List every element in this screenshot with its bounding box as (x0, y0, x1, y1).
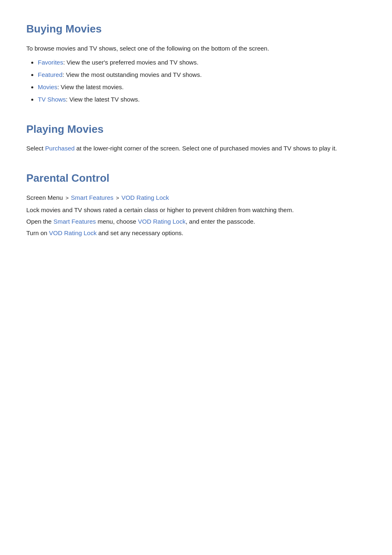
parental-para-1: Lock movies and TV shows rated a certain… (26, 205, 366, 215)
breadcrumb-prefix: Screen Menu (26, 194, 63, 201)
tv-shows-description: : View the latest TV shows. (66, 96, 140, 103)
parental-control-section: Parental Control Screen Menu > Smart Fea… (26, 170, 366, 238)
list-item-movies: Movies: View the latest movies. (38, 82, 366, 92)
playing-movies-after: at the lower-right corner of the screen.… (75, 145, 337, 152)
buying-movies-title: Buying Movies (26, 21, 366, 38)
list-item-featured: Featured: View the most outstanding movi… (38, 70, 366, 80)
vod-rating-lock-link-2[interactable]: VOD Rating Lock (49, 229, 97, 236)
smart-features-breadcrumb-link[interactable]: Smart Features (71, 194, 113, 201)
favorites-link[interactable]: Favorites (38, 59, 63, 66)
parental-control-title: Parental Control (26, 170, 366, 187)
vod-rating-lock-link-1[interactable]: VOD Rating Lock (138, 218, 186, 225)
featured-link[interactable]: Featured (38, 71, 62, 78)
breadcrumb-chevron2: > (116, 195, 120, 201)
parental-para-3: Turn on VOD Rating Lock and set any nece… (26, 228, 366, 238)
tv-shows-link[interactable]: TV Shows (38, 96, 66, 103)
movies-link[interactable]: Movies (38, 83, 58, 90)
vod-rating-lock-breadcrumb-link[interactable]: VOD Rating Lock (121, 194, 169, 201)
purchased-link[interactable]: Purchased (45, 145, 75, 152)
playing-movies-section: Playing Movies Select Purchased at the l… (26, 121, 366, 154)
playing-movies-intro: Select Purchased at the lower-right corn… (26, 143, 366, 153)
buying-movies-section: Buying Movies To browse movies and TV sh… (26, 21, 366, 104)
smart-features-link[interactable]: Smart Features (53, 218, 96, 225)
playing-movies-title: Playing Movies (26, 121, 366, 138)
playing-movies-before: Select (26, 145, 45, 152)
buying-movies-intro: To browse movies and TV shows, select on… (26, 44, 366, 53)
breadcrumb: Screen Menu > Smart Features > VOD Ratin… (26, 193, 366, 203)
buying-movies-list: Favorites: View the user's preferred mov… (26, 58, 366, 104)
breadcrumb-chevron1: > (65, 195, 70, 201)
list-item-favorites: Favorites: View the user's preferred mov… (38, 58, 366, 67)
movies-description: : View the latest movies. (58, 83, 124, 90)
parental-para-2: Open the Smart Features menu, choose VOD… (26, 217, 366, 227)
list-item-tv-shows: TV Shows: View the latest TV shows. (38, 95, 366, 104)
favorites-description: : View the user's preferred movies and T… (63, 59, 198, 66)
featured-description: : View the most outstanding movies and T… (62, 71, 202, 78)
